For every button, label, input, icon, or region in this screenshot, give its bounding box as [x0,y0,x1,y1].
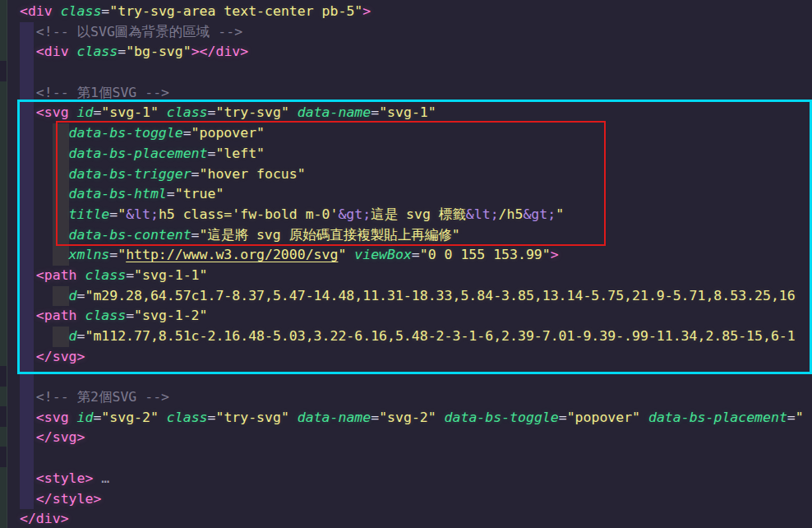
indent-whitespace [20,35,36,36]
code-line-22[interactable]: </svg> [0,428,812,448]
token-com: <!-- 第1個SVG --> [36,85,169,100]
token-attr: data-name [289,410,371,425]
indent-whitespace [20,441,36,442]
code-line-19[interactable] [0,367,812,387]
code-line-1[interactable]: <div class="try-svg-area text-center pb-… [0,2,812,22]
code-line-7[interactable]: data-bs-toggle="popover" [0,123,812,144]
token-eq: = [207,146,215,161]
code-line-2[interactable]: <!-- 以SVG圖為背景的區域 --> [0,22,812,43]
indent-whitespace [20,319,36,320]
token-str: "try-svg-area text-center pb-5" [109,3,362,19]
token-tag: > [362,3,371,19]
token-attr: id [69,410,94,425]
indent-guide-band [53,144,69,164]
gutter-decoration [0,447,7,467]
token-str: "left" [215,146,265,161]
token-attr: class [53,3,102,19]
token-eq: = [93,104,101,120]
indent-whitespace [20,421,36,422]
indent-whitespace [20,96,36,97]
indent-guide-band [53,245,69,266]
code-line-10[interactable]: data-bs-html="true" [0,184,812,205]
gutter-strip [0,0,7,528]
token-attr: data-bs-placement [69,146,208,161]
token-eq: = [559,410,567,425]
code-line-23[interactable] [0,448,812,469]
indent-whitespace [20,482,36,483]
code-line-3[interactable]: <div class="bg-svg"></div> [0,42,812,63]
indent-whitespace [20,279,36,280]
token-ent: &gt; [338,206,371,222]
token-tag: <path [36,308,77,323]
code-line-26[interactable]: </div> [0,509,812,528]
token-attr: data-bs-html [69,186,167,201]
token-str: "try-svg" [215,410,288,425]
token-tag: ></div> [191,44,249,59]
code-line-18[interactable]: </svg> [0,347,812,368]
token-eq: = [208,104,216,120]
code-line-20[interactable]: <!-- 第2個SVG --> [0,387,812,408]
token-tag: <div [20,3,53,19]
token-attr: class [69,44,118,59]
token-eq: = [118,44,126,59]
token-fold: … [93,470,109,486]
token-str: "svg-1-1" [134,267,207,283]
indent-guide-band [53,164,69,185]
token-com: <!-- 第2個SVG --> [36,389,169,405]
code-line-24[interactable]: <style> … [0,469,812,489]
token-attr: class [77,308,127,323]
code-line-8[interactable]: data-bs-placement="left" [0,144,812,164]
indent-guide-band [53,205,69,225]
code-line-12[interactable]: data-bs-content="這是將 svg 原始碼直接複製貼上再編修" [0,225,812,246]
token-eq: = [126,267,134,283]
token-str: "svg-1" [379,104,436,120]
indent-guide-band [53,286,69,307]
token-eq: = [787,410,796,425]
token-str: "svg-2" [101,410,159,425]
token-str: 這是 svg 標籤 [371,206,466,222]
token-tag: </svg> [36,429,85,445]
token-ent: &lt; [466,206,499,222]
token-eq: = [109,247,118,262]
indent-whitespace [20,360,36,361]
token-tag: <svg [36,410,69,425]
token-str: "svg-2" [379,410,436,425]
token-str: " [118,206,126,222]
code-line-21[interactable]: <svg id="svg-2" class="try-svg" data-nam… [0,408,812,428]
token-eq: = [412,247,420,262]
code-line-5[interactable]: <!-- 第1個SVG --> [0,83,812,104]
code-line-6[interactable]: <svg id="svg-1" class="try-svg" data-nam… [0,103,812,123]
code-line-9[interactable]: data-bs-trigger="hover focus" [0,164,812,185]
code-line-15[interactable]: d="m29.28,64.57c1.7-8.37,5.47-14.48,11.3… [0,286,812,307]
code-line-25[interactable]: </style> [0,489,812,510]
code-editor[interactable]: <div class="try-svg-area text-center pb-… [0,0,812,528]
token-attr: d [69,328,77,344]
token-str: " [338,247,346,262]
token-str: " [796,410,804,425]
indent-guide-band [53,184,69,205]
token-tag: </svg> [36,349,85,364]
token-eq: = [167,186,175,201]
token-str: "bg-svg" [126,44,191,59]
token-str: h5 class='fw-bold m-0' [159,206,339,222]
code-line-17[interactable]: d="m112.77,8.51c-2.16.48-5.03,3.22-6.16,… [0,327,812,347]
token-tag: <svg [36,104,69,120]
token-str: /h5 [499,206,524,222]
token-attr: class [159,104,208,120]
token-str: "這是將 svg 原始碼直接複製貼上再編修" [200,227,460,243]
code-line-13[interactable]: xmlns="http://www.w3.org/2000/svg" viewB… [0,245,812,266]
token-tag: <path [36,267,77,283]
token-attr: data-bs-placement [640,410,787,425]
code-area: <div class="try-svg-area text-center pb-… [0,2,812,528]
code-line-11[interactable]: title="&lt;h5 class='fw-bold m-0'&gt;這是 … [0,205,812,225]
token-attr: d [69,288,77,303]
code-line-4[interactable] [0,63,812,83]
token-attr: data-bs-trigger [69,166,191,182]
token-eq: = [101,3,109,19]
code-line-14[interactable]: <path class="svg-1-1" [0,266,812,286]
code-line-16[interactable]: <path class="svg-1-2" [0,306,812,327]
token-tag: > [551,247,559,262]
token-eq: = [77,288,85,303]
token-eq: = [126,308,134,323]
token-attr: title [69,206,110,222]
